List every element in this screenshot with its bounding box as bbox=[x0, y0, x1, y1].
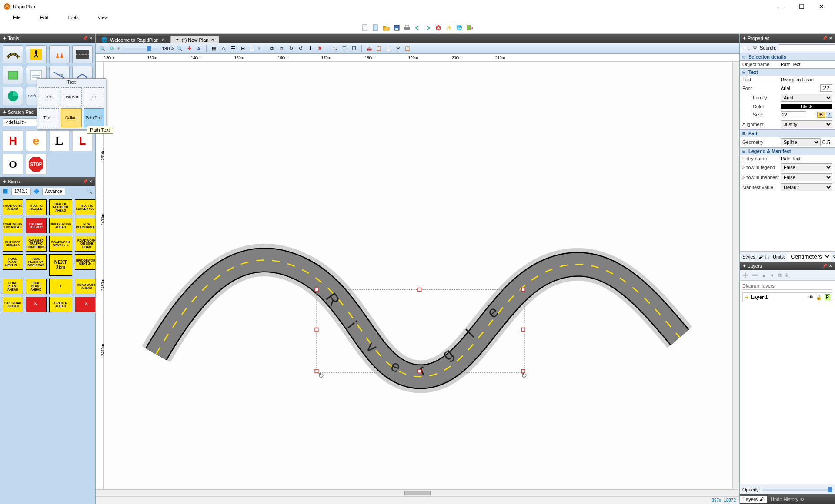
manifest-value-select[interactable]: Default bbox=[781, 183, 832, 191]
tool-pie[interactable] bbox=[3, 87, 23, 105]
layer-row[interactable]: ➡ Layer 1 👁 🔒 P bbox=[742, 292, 832, 302]
rotate-ccw-icon[interactable]: ↺ bbox=[297, 45, 304, 53]
scrollbar-vertical[interactable] bbox=[732, 62, 739, 489]
save-icon[interactable] bbox=[393, 24, 401, 32]
layer-add-icon[interactable]: ➕ bbox=[742, 272, 748, 278]
geometry-select[interactable]: Spline bbox=[781, 138, 820, 146]
text-tool-arrow-text[interactable]: Text→ bbox=[39, 108, 59, 127]
prop-filter-icon[interactable]: ⚙ bbox=[753, 45, 757, 51]
menu-view[interactable]: View bbox=[88, 14, 117, 21]
layer-merge-icon[interactable]: ⇊ bbox=[785, 272, 789, 278]
tool-cones[interactable] bbox=[49, 45, 70, 63]
doc-icon[interactable]: 📄 bbox=[248, 45, 256, 53]
window-maximize-button[interactable]: ☐ bbox=[792, 0, 812, 13]
sign-item[interactable]: PREPARE TO STOP bbox=[26, 218, 47, 233]
sign-item[interactable]: ROAD PLANT ON SIDE ROAD bbox=[26, 254, 47, 270]
delete-icon[interactable]: ✖ bbox=[316, 45, 324, 53]
select-icon[interactable]: A bbox=[195, 45, 203, 53]
tool-lane[interactable] bbox=[72, 45, 93, 63]
menu-edit[interactable]: Edit bbox=[30, 14, 58, 21]
rotate-icon[interactable]: ↻ bbox=[287, 45, 295, 53]
signs-standard-icon[interactable]: 📘 bbox=[3, 189, 9, 194]
text-tool-path-text[interactable]: Path Text bbox=[84, 108, 104, 127]
bold-button[interactable]: B bbox=[817, 112, 825, 118]
sign-item[interactable]: ⛏ bbox=[75, 297, 95, 312]
menu-file[interactable]: File bbox=[3, 14, 30, 21]
text-value[interactable]: Riverglen Road bbox=[781, 77, 832, 82]
sign-item[interactable]: TRAFFIC SURVEY 500 m bbox=[75, 199, 95, 215]
text-tool-callout[interactable]: Callout bbox=[61, 108, 81, 127]
window-minimize-button[interactable]: — bbox=[772, 0, 792, 13]
clipboard-icon[interactable]: 📋 bbox=[404, 45, 411, 53]
signs-set[interactable]: Advance bbox=[42, 188, 65, 195]
entry-name-value[interactable]: Path Text bbox=[781, 156, 832, 161]
units-select[interactable]: Centimeters bbox=[787, 252, 831, 261]
copy-icon[interactable]: 📋 bbox=[375, 45, 383, 53]
sign-item[interactable]: NEW ROUNDABOUT bbox=[75, 218, 95, 233]
layer-down-icon[interactable]: ▼ bbox=[770, 273, 775, 278]
units-config-icon[interactable]: ⚙ bbox=[833, 254, 835, 259]
sign-item[interactable]: CHANGED TRAFFIC CONDITIONS bbox=[26, 236, 47, 252]
print-icon[interactable] bbox=[403, 24, 411, 32]
sign-item[interactable]: ROADWORK NEXT 2km bbox=[49, 236, 72, 252]
sign-item[interactable]: TRAFFIC ACCIDENT AHEAD bbox=[49, 199, 72, 215]
close-icon[interactable]: ✕ bbox=[161, 37, 165, 42]
tool-pedestrian[interactable] bbox=[26, 45, 46, 63]
scratch-item[interactable]: H bbox=[3, 130, 23, 151]
sign-item[interactable]: TRAFFIC HAZARD bbox=[26, 199, 47, 215]
prop-view-icon[interactable]: ≡ bbox=[742, 45, 745, 51]
styles-apply-icon[interactable]: ⬚ bbox=[765, 254, 769, 259]
sign-item[interactable]: GRADER AHEAD bbox=[49, 297, 72, 312]
tab-new-plan[interactable]: ✦ (*) New Plan ✕ bbox=[170, 36, 220, 43]
cancel-icon[interactable] bbox=[434, 24, 442, 32]
panel-pin-icon[interactable]: 📌 bbox=[822, 36, 827, 40]
prop-sort-icon[interactable]: ↓ bbox=[748, 45, 750, 51]
sign-item[interactable]: ⛏ bbox=[26, 297, 47, 312]
redo-icon[interactable] bbox=[424, 24, 432, 32]
opacity-slider[interactable] bbox=[762, 489, 832, 491]
layer-print-icon[interactable]: P bbox=[825, 294, 830, 300]
sign-item[interactable]: NEXT 2km bbox=[49, 254, 72, 276]
close-icon[interactable]: ✕ bbox=[211, 37, 214, 42]
alignment-select[interactable]: Justify bbox=[781, 120, 832, 128]
scratch-item[interactable]: O bbox=[3, 154, 23, 175]
table-icon[interactable]: ⊞ bbox=[239, 45, 247, 53]
path-text-object[interactable]: R i v e r g l e n R o a d bbox=[145, 62, 521, 380]
layer-up-icon[interactable]: ▲ bbox=[762, 273, 766, 278]
panel-pin-icon[interactable]: 📌 bbox=[83, 36, 87, 40]
sign-item[interactable]: ROAD PLANT NEXT 2km bbox=[3, 254, 23, 270]
zoom-slider[interactable] bbox=[124, 48, 158, 50]
flip-h-icon[interactable]: ⇋ bbox=[331, 45, 339, 53]
sign-item[interactable]: ROAD PLANT AHEAD bbox=[3, 279, 23, 294]
font-value[interactable]: Arial bbox=[781, 86, 820, 91]
open-icon[interactable] bbox=[382, 24, 390, 32]
tab-welcome[interactable]: 🌐 Welcome to RapidPlan ✕ bbox=[97, 36, 169, 43]
layer-visible-icon[interactable]: 👁 bbox=[808, 295, 813, 300]
signs-set-icon[interactable]: 🔷 bbox=[33, 189, 40, 194]
layer-delete-icon[interactable]: ➖ bbox=[752, 272, 758, 278]
panel-pin-icon[interactable]: 📌 bbox=[822, 264, 827, 268]
tool-area[interactable] bbox=[3, 66, 23, 84]
tab-undo-history[interactable]: Undo History ⟲ bbox=[767, 496, 807, 503]
sign-item[interactable]: ROADWORK 1km AHEAD bbox=[3, 218, 23, 233]
font-size-input[interactable] bbox=[820, 84, 832, 92]
panel-close-icon[interactable]: ✕ bbox=[89, 36, 93, 40]
snap-icon[interactable]: ◇ bbox=[220, 45, 227, 53]
sign-item[interactable]: SIDE ROAD CLOSED bbox=[3, 297, 23, 312]
paste-icon[interactable]: 📄 bbox=[384, 45, 392, 53]
new-icon[interactable] bbox=[361, 24, 369, 32]
wizard-icon[interactable]: ✨ bbox=[445, 24, 453, 32]
show-legend-select[interactable]: False bbox=[781, 163, 832, 171]
zoom-tool-icon[interactable]: 🔍 bbox=[176, 45, 184, 53]
sign-item[interactable]: ⇕ bbox=[49, 279, 72, 294]
new-template-icon[interactable] bbox=[372, 24, 380, 32]
cut-icon[interactable]: ✂ bbox=[394, 45, 402, 53]
styles-icon[interactable]: 🖌 bbox=[758, 254, 763, 259]
font-family-select[interactable]: Arial bbox=[781, 94, 832, 102]
align-icon[interactable]: ☐ bbox=[341, 45, 348, 53]
italic-button[interactable]: I bbox=[826, 112, 832, 118]
globe-icon[interactable]: 🌐 bbox=[455, 24, 463, 32]
grid-icon[interactable]: ▦ bbox=[210, 45, 218, 53]
scrollbar-horizontal[interactable] bbox=[96, 489, 739, 496]
layer-lock-icon[interactable]: 🔒 bbox=[816, 295, 822, 300]
